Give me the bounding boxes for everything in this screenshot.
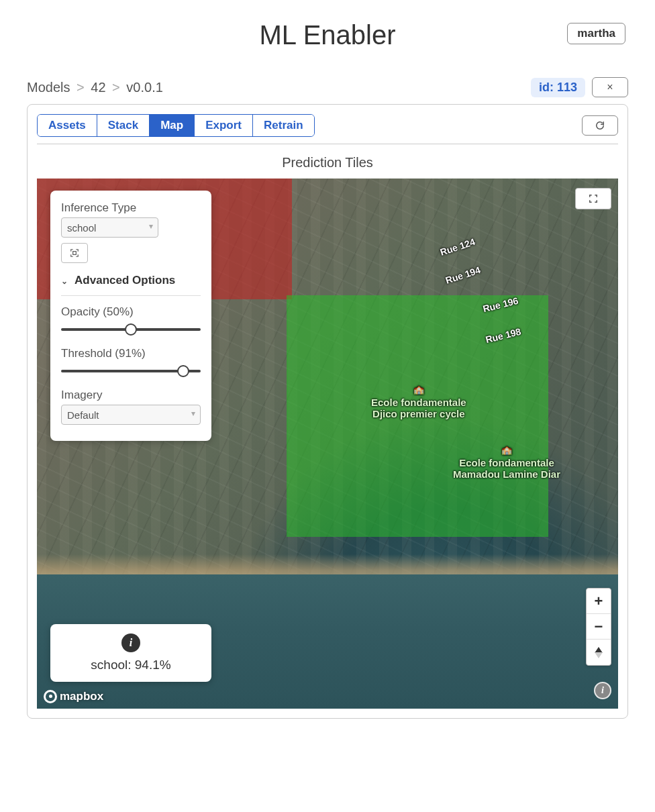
tab-assets[interactable]: Assets — [38, 115, 97, 136]
breadcrumb-root[interactable]: Models — [27, 80, 70, 95]
imagery-label: Imagery — [61, 389, 201, 402]
prediction-card: Assets Stack Map Export Retrain Predicti… — [27, 104, 628, 719]
svg-rect-0 — [73, 252, 77, 255]
refresh-icon — [595, 121, 605, 130]
breadcrumb-version[interactable]: v0.0.1 — [126, 80, 162, 95]
opacity-label: Opacity (50%) — [61, 305, 201, 319]
tab-export[interactable]: Export — [195, 115, 253, 136]
compass-south-icon — [595, 652, 603, 658]
school-icon: 🏫 — [371, 385, 466, 395]
fullscreen-button[interactable] — [575, 188, 611, 209]
breadcrumb: Models > 42 > v0.0.1 — [27, 80, 163, 95]
prediction-id-badge: id: 113 — [531, 78, 585, 97]
map-canvas[interactable]: Rue 124 Rue 194 Rue 196 Rue 198 🏫 Ecole … — [37, 179, 618, 709]
user-menu-button[interactable]: martha — [567, 23, 625, 44]
mapbox-logo-icon — [44, 690, 57, 703]
advanced-options-toggle[interactable]: ⌄ Advanced Options — [61, 270, 201, 296]
close-icon: × — [607, 81, 613, 93]
map-controls-panel: Inference Type school ⌄ Advanced Options — [50, 191, 211, 441]
tile-info-text: school: 94.1% — [60, 658, 202, 672]
tab-stack[interactable]: Stack — [97, 115, 150, 136]
section-title: Prediction Tiles — [37, 155, 618, 170]
fullscreen-icon — [589, 194, 598, 203]
close-button[interactable]: × — [592, 77, 628, 97]
compass-button[interactable] — [587, 640, 611, 665]
info-icon: i — [121, 633, 140, 652]
breadcrumb-model[interactable]: 42 — [91, 80, 105, 95]
map-attribution-button[interactable]: i — [594, 682, 611, 699]
refresh-button[interactable] — [582, 115, 618, 136]
zoom-out-button[interactable]: − — [587, 614, 611, 640]
tile-info-panel: i school: 94.1% — [50, 624, 211, 682]
tab-group: Assets Stack Map Export Retrain — [37, 114, 315, 137]
threshold-label: Threshold (91%) — [61, 347, 201, 360]
breadcrumb-sep: > — [77, 80, 85, 95]
imagery-select[interactable]: Default — [61, 405, 201, 425]
opacity-slider[interactable] — [61, 328, 201, 331]
tab-retrain[interactable]: Retrain — [253, 115, 314, 136]
tab-map[interactable]: Map — [150, 115, 195, 136]
poi-school-2: 🏫 Ecole fondamentale Mamadou Lamine Diar — [453, 446, 560, 480]
app-title: ML Enabler — [259, 20, 395, 50]
poi-school-1: 🏫 Ecole fondamentale Djico premier cycle — [371, 385, 466, 419]
zoom-to-extent-button[interactable] — [61, 243, 88, 263]
zoom-in-button[interactable]: + — [587, 589, 611, 614]
bounds-icon — [70, 248, 79, 258]
threshold-slider[interactable] — [61, 370, 201, 372]
breadcrumb-sep: > — [112, 80, 120, 95]
school-icon: 🏫 — [453, 446, 560, 456]
inference-type-select[interactable]: school — [61, 217, 158, 238]
inference-type-label: Inference Type — [61, 201, 201, 215]
map-attribution: mapbox — [44, 690, 103, 703]
chevron-down-icon: ⌄ — [61, 276, 68, 286]
zoom-controls: + − — [586, 588, 611, 666]
